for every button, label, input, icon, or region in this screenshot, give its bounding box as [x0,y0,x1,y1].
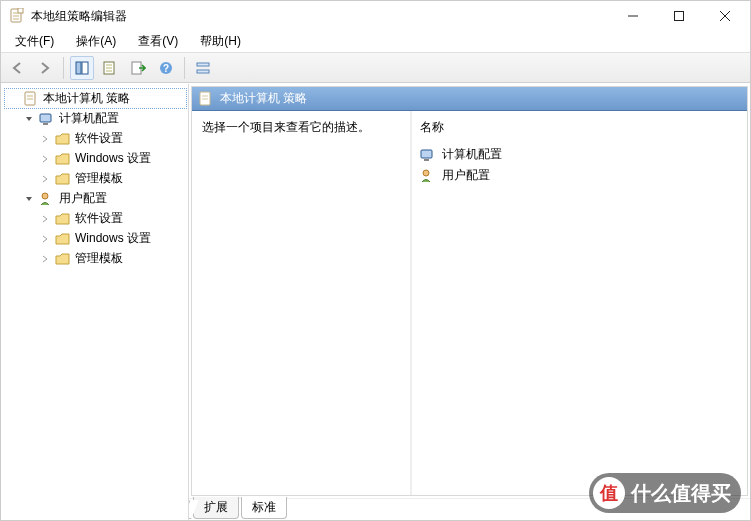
minimize-button[interactable] [610,1,656,31]
maximize-button[interactable] [656,1,702,31]
chevron-down-icon[interactable] [23,193,35,205]
list-item-label: 计算机配置 [442,146,502,163]
list-item-label: 用户配置 [442,167,490,184]
list-column: 名称 计算机配置 用户配置 [412,111,747,495]
chevron-right-icon[interactable] [39,133,51,145]
svg-rect-29 [421,150,432,158]
window: 本地组策略编辑器 文件(F) 操作(A) 查看(V) 帮助(H) [0,0,751,521]
close-button[interactable] [702,1,748,31]
tree-label: 用户配置 [59,190,107,207]
content-area: 本地计算机 策略 计算机配置 软件设置 Windows 设置 [1,83,750,520]
right-header-title: 本地计算机 策略 [220,90,307,107]
tree-label: 软件设置 [75,210,123,227]
column-header-name[interactable]: 名称 [420,117,739,144]
app-icon [9,8,25,24]
help-button[interactable]: ? [154,56,178,80]
toolbar: ? [1,53,750,83]
svg-rect-10 [82,62,88,74]
svg-text:?: ? [163,63,169,74]
titlebar: 本地组策略编辑器 [1,1,750,31]
description-column: 选择一个项目来查看它的描述。 [192,111,412,495]
tree-label: 计算机配置 [59,110,119,127]
properties-button[interactable] [98,56,122,80]
menu-help[interactable]: 帮助(H) [192,31,249,52]
right-header: 本地计算机 策略 [192,87,747,111]
expander-icon [7,93,19,105]
menu-view[interactable]: 查看(V) [130,31,186,52]
svg-rect-24 [43,123,48,125]
tree-windows-settings[interactable]: Windows 设置 [37,149,186,168]
tree-label: 本地计算机 策略 [43,90,130,107]
svg-point-31 [423,170,429,176]
window-title: 本地组策略编辑器 [31,8,127,25]
menu-file[interactable]: 文件(F) [7,31,62,52]
chevron-right-icon[interactable] [39,233,51,245]
right-body: 选择一个项目来查看它的描述。 名称 计算机配置 用户配置 [192,111,747,495]
chevron-right-icon[interactable] [39,213,51,225]
right-pane: 本地计算机 策略 选择一个项目来查看它的描述。 名称 计算机配置 [189,84,750,520]
tree-admin-templates[interactable]: 管理模板 [37,249,186,268]
tree-windows-settings[interactable]: Windows 设置 [37,229,186,248]
tree-label: 软件设置 [75,130,123,147]
svg-rect-19 [197,70,209,73]
tree-pane[interactable]: 本地计算机 策略 计算机配置 软件设置 Windows 设置 [1,84,189,520]
list-item-computer[interactable]: 计算机配置 [420,144,739,165]
tab-extended[interactable]: 扩展 [193,497,239,519]
tree-software-settings[interactable]: 软件设置 [37,209,186,228]
svg-point-25 [42,193,48,199]
right-inner: 本地计算机 策略 选择一个项目来查看它的描述。 名称 计算机配置 [191,86,748,496]
tab-strip: 扩展 标准 [189,498,750,520]
chevron-right-icon[interactable] [39,173,51,185]
svg-rect-30 [424,159,429,161]
tree-label: Windows 设置 [75,230,151,247]
chevron-down-icon[interactable] [23,113,35,125]
svg-rect-6 [675,12,684,21]
tree-computer-config[interactable]: 计算机配置 [21,109,186,128]
tree-software-settings[interactable]: 软件设置 [37,129,186,148]
svg-rect-23 [40,114,51,122]
show-hide-tree-button[interactable] [70,56,94,80]
chevron-right-icon[interactable] [39,253,51,265]
forward-button[interactable] [33,56,57,80]
toolbar-separator [184,57,185,79]
tree-label: 管理模板 [75,170,123,187]
filter-button[interactable] [191,56,215,80]
svg-rect-18 [197,63,209,66]
tree-root[interactable]: 本地计算机 策略 [5,89,186,108]
tree-label: 管理模板 [75,250,123,267]
tree-admin-templates[interactable]: 管理模板 [37,169,186,188]
chevron-right-icon[interactable] [39,153,51,165]
svg-rect-1 [18,8,23,13]
export-list-button[interactable] [126,56,150,80]
tree-label: Windows 设置 [75,150,151,167]
svg-rect-9 [76,62,81,74]
back-button[interactable] [5,56,29,80]
list-item-user[interactable]: 用户配置 [420,165,739,186]
description-text: 选择一个项目来查看它的描述。 [202,120,370,134]
tab-standard[interactable]: 标准 [241,497,287,519]
menubar: 文件(F) 操作(A) 查看(V) 帮助(H) [1,31,750,53]
menu-action[interactable]: 操作(A) [68,31,124,52]
toolbar-separator [63,57,64,79]
tree-user-config[interactable]: 用户配置 [21,189,186,208]
